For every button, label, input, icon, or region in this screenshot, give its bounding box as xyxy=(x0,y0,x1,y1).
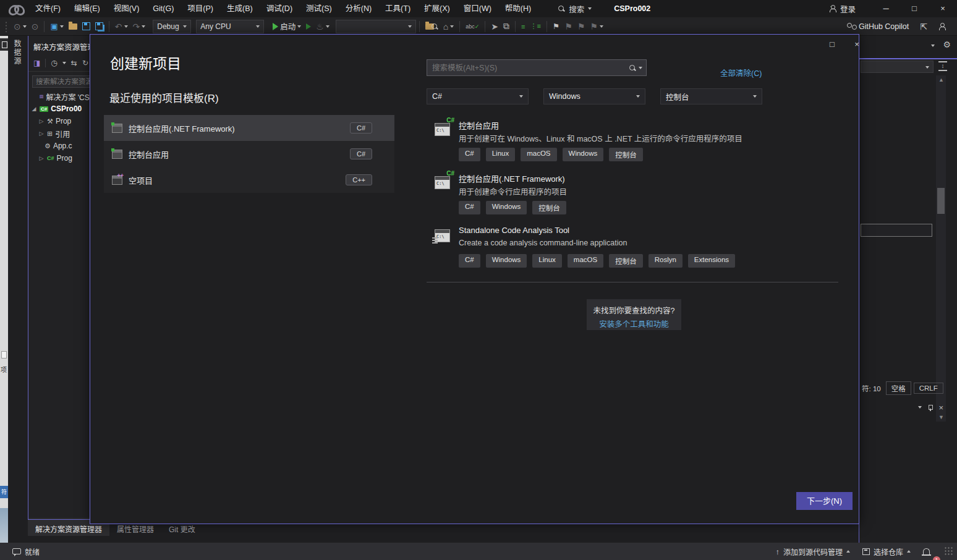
split-view-icon[interactable]: ↕ xyxy=(938,61,947,71)
feedback-bubble-icon[interactable] xyxy=(12,548,21,554)
menu-analyze[interactable]: 分析(N) xyxy=(339,0,378,17)
bookmark-next-button[interactable]: ⚑ xyxy=(575,19,588,34)
target-dropdown[interactable] xyxy=(336,20,416,33)
add-to-source-control-button[interactable]: ↑ 添加到源代码管理 xyxy=(769,543,856,560)
solution-explorer-home-button[interactable]: ⌂ xyxy=(441,19,456,34)
recent-template-console-net-framework[interactable]: 控制台应用(.NET Framework) C# xyxy=(104,115,394,141)
line-ending-cell[interactable]: CRLF xyxy=(914,383,943,394)
background-input-field[interactable] xyxy=(861,224,932,237)
bookmark-button[interactable]: ⚑ xyxy=(550,19,562,34)
ready-status: 就绪 xyxy=(25,546,40,557)
start-without-debug-button[interactable] xyxy=(304,19,313,34)
pin-icon[interactable] xyxy=(928,405,932,410)
menu-debug[interactable]: 调试(D) xyxy=(260,0,299,17)
scroll-up-arrow-icon[interactable]: ▲ xyxy=(938,77,944,83)
indent-increase-button[interactable]: ⋮≡ xyxy=(528,19,543,34)
vertical-scrollbar[interactable]: ▲ ▼ xyxy=(936,75,946,422)
sign-in-button[interactable]: 登录 xyxy=(829,3,856,15)
platform-filter-dropdown[interactable]: Windows xyxy=(543,88,645,104)
solution-search-input[interactable] xyxy=(32,75,91,88)
spaces-cell[interactable]: 空格 xyxy=(886,381,911,395)
expanded-arrow-icon[interactable]: ◢ xyxy=(31,106,37,112)
data-sources-vertical-tab[interactable]: 数据源 xyxy=(12,40,22,66)
menu-build[interactable]: 生成(B) xyxy=(220,0,260,17)
maximize-button[interactable]: □ xyxy=(900,0,929,17)
tree-item-solution[interactable]: ⧈ 解决方案 'CS xyxy=(28,90,91,103)
save-all-button[interactable] xyxy=(93,19,106,34)
refresh-icon[interactable]: ↻ xyxy=(82,59,88,67)
gear-icon[interactable]: ⚙ xyxy=(943,40,951,49)
language-filter-dropdown[interactable]: C# xyxy=(427,88,529,104)
collapsed-arrow-icon[interactable]: ▷ xyxy=(38,155,45,161)
dialog-close-button[interactable]: × xyxy=(848,37,866,52)
spell-check-button[interactable]: abc✓ xyxy=(463,19,482,34)
collapsed-arrow-icon[interactable]: ▷ xyxy=(38,118,45,124)
collapsed-arrow-icon[interactable]: ▷ xyxy=(38,130,45,137)
configuration-dropdown[interactable]: Debug xyxy=(153,20,191,33)
chevron-down-icon[interactable] xyxy=(62,62,66,64)
close-icon[interactable]: × xyxy=(938,403,943,412)
template-standalone-code-analysis-tool[interactable]: C:\ Standalone Code Analysis Tool Create… xyxy=(427,224,853,273)
clear-all-link[interactable]: 全部清除(C) xyxy=(720,67,762,78)
template-search-input[interactable] xyxy=(427,64,629,72)
panel-dropdown-icon[interactable] xyxy=(931,45,935,47)
select-repository-button[interactable]: 选择仓库 xyxy=(856,543,917,560)
undo-button[interactable]: ↶ xyxy=(113,19,130,34)
next-button[interactable]: 下一步(N) xyxy=(796,492,853,510)
install-tools-link[interactable]: 安装多个工具和功能 xyxy=(587,318,681,329)
navigate-forward-button[interactable]: ⊙ xyxy=(29,19,41,34)
feedback-button[interactable] xyxy=(936,19,948,34)
close-button[interactable]: × xyxy=(929,0,957,17)
pending-changes-filter-icon[interactable]: ◷ xyxy=(51,59,57,67)
dialog-maximize-button[interactable]: □ xyxy=(823,37,841,52)
menu-edit[interactable]: 编辑(E) xyxy=(67,0,107,17)
navigate-back-button[interactable]: ⊙ xyxy=(11,19,29,34)
hot-reload-button[interactable]: ♨ xyxy=(313,19,332,34)
window-position-dropdown-icon[interactable] xyxy=(918,406,922,409)
template-console-app-net-framework[interactable]: C:\C# 控制台应用(.NET Framework) 用于创建命令行应用程序的… xyxy=(427,171,853,220)
document-dropdown[interactable] xyxy=(861,61,934,73)
menu-test[interactable]: 测试(S) xyxy=(299,0,339,17)
recent-template-empty-project[interactable]: ++ 空项目 C++ xyxy=(104,167,394,193)
bookmark-clear-button[interactable]: ⚑ xyxy=(587,19,606,34)
find-in-files-button[interactable] xyxy=(423,19,441,34)
menu-extensions[interactable]: 扩展(X) xyxy=(417,0,457,17)
menu-view[interactable]: 视图(V) xyxy=(107,0,147,17)
redo-button[interactable]: ↷ xyxy=(130,19,148,34)
tree-item-app-config[interactable]: ⚙ App.c xyxy=(28,140,91,152)
switch-views-icon[interactable]: ◨ xyxy=(33,59,40,67)
platform-dropdown[interactable]: Any CPU xyxy=(196,20,264,33)
global-search[interactable]: 搜索 xyxy=(553,2,597,16)
sync-with-active-document-icon[interactable]: ⇆ xyxy=(71,59,77,67)
scrollbar-thumb[interactable] xyxy=(937,188,945,214)
resize-grip[interactable] xyxy=(945,547,953,556)
recent-template-console-app[interactable]: 控制台应用 C# xyxy=(104,141,394,167)
template-search-box[interactable] xyxy=(427,59,647,76)
menu-project[interactable]: 项目(P) xyxy=(181,0,220,17)
menu-help[interactable]: 帮助(H) xyxy=(498,0,538,17)
scroll-down-arrow-icon[interactable]: ▼ xyxy=(938,414,944,420)
menu-window[interactable]: 窗口(W) xyxy=(457,0,498,17)
toolbar-drag-handle[interactable] xyxy=(5,21,7,32)
format-document-button[interactable]: ⧉ xyxy=(501,19,512,34)
github-copilot-button[interactable]: GitHub Copilot xyxy=(844,19,911,34)
tree-item-program-cs[interactable]: ▷ C# Prog xyxy=(28,152,91,164)
new-project-button[interactable]: ▣ xyxy=(48,19,66,34)
minimize-button[interactable]: ─ xyxy=(872,0,900,17)
menu-git[interactable]: Git(G) xyxy=(146,0,181,17)
notifications-button[interactable]: 1 xyxy=(917,543,936,560)
start-debug-button[interactable]: 启动 xyxy=(270,19,304,34)
template-console-app[interactable]: C:\C# 控制台应用 用于创建可在 Windows、Linux 和 macOS… xyxy=(427,117,853,167)
tree-item-properties[interactable]: ▷ ⚒ Prop xyxy=(28,115,91,127)
indent-decrease-button[interactable]: ≡ xyxy=(519,19,527,34)
save-button[interactable] xyxy=(80,19,93,34)
share-button[interactable]: ⇱ xyxy=(917,19,930,34)
tree-item-project[interactable]: ◢ C# CSPro00 xyxy=(28,103,91,115)
tree-item-references[interactable]: ▷ ⊞ 引用 xyxy=(28,127,91,140)
bookmark-previous-button[interactable]: ⚑ xyxy=(562,19,575,34)
menu-tools[interactable]: 工具(T) xyxy=(378,0,417,17)
menu-file[interactable]: 文件(F) xyxy=(28,0,67,17)
format-cursor-button[interactable]: ➤ xyxy=(488,19,501,34)
project-type-filter-dropdown[interactable]: 控制台 xyxy=(660,88,762,104)
open-file-button[interactable] xyxy=(66,19,80,34)
